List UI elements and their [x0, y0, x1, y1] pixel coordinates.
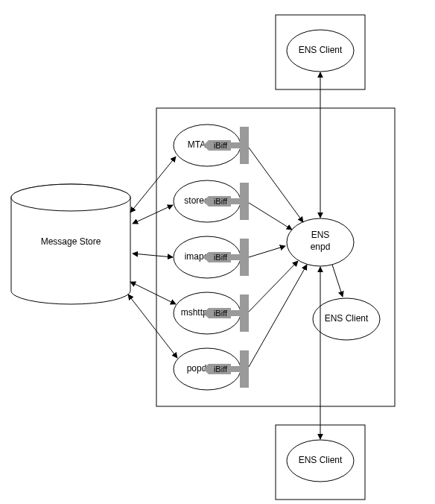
- ibiff-label-stored: iBiff: [214, 197, 228, 206]
- ibiff-label-popd: iBiff: [214, 365, 228, 374]
- ens-label-2: enpd: [311, 242, 331, 252]
- ibiff-label-mshttpd: iBiff: [214, 309, 228, 318]
- arrow-mshttpd-ens: [249, 261, 298, 312]
- arrow-stored-ens: [249, 203, 292, 230]
- client-top-label: ENS Client: [299, 45, 343, 55]
- daemon-stored: stored iBiff: [174, 180, 249, 222]
- arrow-store-popd: [128, 294, 177, 358]
- daemon-popd-label: popd: [187, 363, 207, 374]
- ibiff-label-imapd: iBiff: [214, 253, 228, 262]
- message-store-label: Message Store: [41, 236, 101, 247]
- daemon-imapd: imapd iBiff: [174, 236, 249, 278]
- svg-point-1: [11, 184, 130, 211]
- daemon-mta: MTA iBiff: [174, 125, 249, 166]
- message-store: Message Store: [11, 184, 130, 304]
- arrow-popd-ens: [249, 265, 307, 367]
- ibiff-label-mta: iBiff: [214, 141, 228, 150]
- port-bar-imapd: [240, 239, 249, 276]
- daemon-mta-label: MTA: [188, 139, 206, 150]
- arrow-mta-ens: [249, 148, 303, 222]
- client-side-label: ENS Client: [325, 313, 369, 324]
- daemon-mshttpd: mshttpd iBiff: [174, 292, 249, 334]
- arrow-store-mshttpd: [130, 282, 176, 304]
- arrow-ens-client-side: [332, 265, 343, 297]
- client-bottom-label: ENS Client: [299, 455, 343, 465]
- arrow-imapd-ens: [249, 246, 285, 257]
- daemon-popd: popd iBiff: [174, 348, 249, 390]
- port-bar-mshttpd: [240, 294, 249, 332]
- arrow-store-imapd: [133, 253, 173, 257]
- port-bar-mta: [240, 127, 249, 164]
- port-bar-popd: [240, 350, 249, 388]
- port-bar-stored: [240, 183, 249, 220]
- arrow-store-mta: [130, 157, 176, 212]
- ens-label-1: ENS: [311, 230, 330, 240]
- arrow-store-stored: [133, 205, 173, 224]
